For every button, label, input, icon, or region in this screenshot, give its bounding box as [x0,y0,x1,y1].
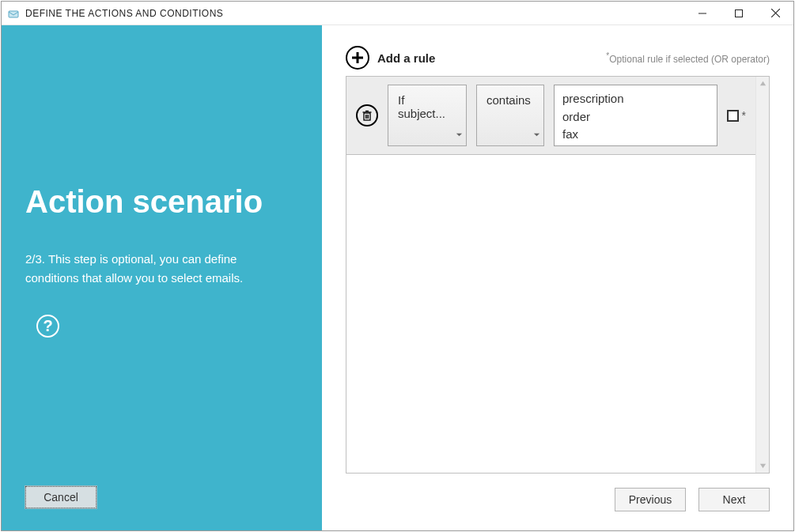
rule-operator-dropdown[interactable]: contains [476,85,544,146]
chevron-down-icon [456,127,463,141]
add-rule-button[interactable]: Add a rule [346,46,435,70]
window-title: DEFINE THE ACTIONS AND CONDITIONS [25,8,223,19]
cancel-button[interactable]: Cancel [25,486,97,508]
app-window: DEFINE THE ACTIONS AND CONDITIONS Action… [1,1,794,531]
vertical-scrollbar[interactable] [755,77,769,473]
add-rule-label: Add a rule [377,51,435,65]
trash-icon [362,110,373,121]
wizard-nav: Previous Next [615,488,770,511]
main-panel: Add a rule *Optional rule if selected (O… [322,25,793,530]
rules-list-container: If subject... contains prescription orde… [346,76,770,474]
help-icon: ? [43,317,52,335]
rule-field-label: If subject... [398,93,452,120]
rules-list: If subject... contains prescription orde… [346,77,755,473]
rule-field-dropdown[interactable]: If subject... [388,85,467,146]
rule-operator-label: contains [486,93,531,107]
scroll-up-button[interactable] [756,77,769,90]
delete-rule-button[interactable] [356,104,378,126]
asterisk-label: * [742,109,746,122]
rule-optional-checkbox[interactable] [727,110,739,122]
svg-rect-2 [736,9,743,17]
next-button-label: Next [723,493,746,506]
app-icon [8,7,21,20]
rule-optional-toggle: * [727,109,746,122]
plus-icon [346,46,369,70]
titlebar: DEFINE THE ACTIONS AND CONDITIONS [2,2,793,25]
optional-hint: *Optional rule if selected (OR operator) [606,51,770,65]
minimize-button[interactable] [684,2,721,25]
close-button[interactable] [757,2,793,25]
previous-button-label: Previous [629,493,672,506]
page-title: Action scenario [25,25,298,220]
window-controls [684,2,793,25]
next-button[interactable]: Next [698,488,770,511]
scroll-down-button[interactable] [756,459,769,473]
svg-rect-0 [9,11,18,17]
chevron-down-icon [533,127,540,141]
page-description: 2/3. This step is optional, you can defi… [25,250,286,288]
previous-button[interactable]: Previous [615,488,686,511]
maximize-button[interactable] [721,2,757,25]
rule-value-input[interactable]: prescription order fax [554,85,717,146]
rule-row: If subject... contains prescription orde… [346,77,755,155]
cancel-button-label: Cancel [44,491,78,504]
help-button[interactable]: ? [36,315,59,338]
sidebar: Action scenario 2/3. This step is option… [2,25,322,530]
